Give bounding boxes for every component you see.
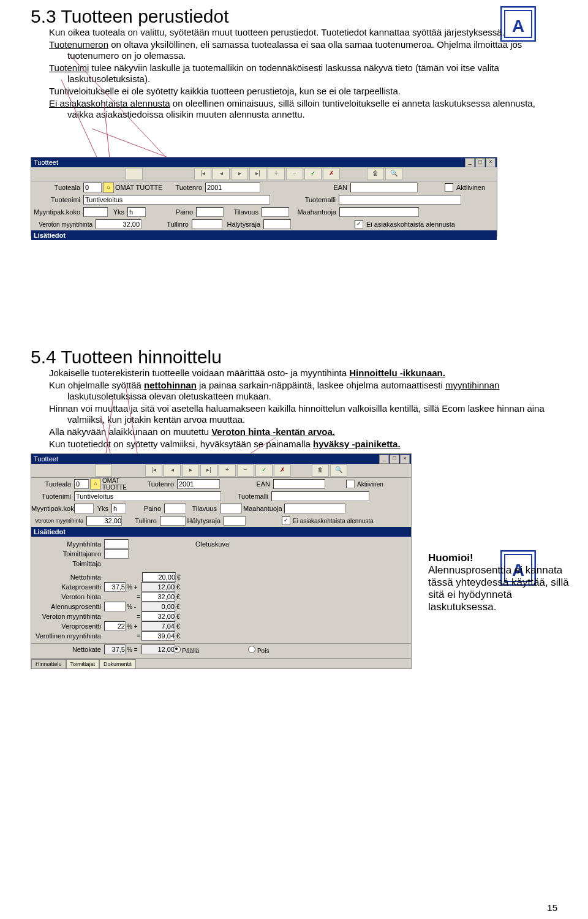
nav-first-icon[interactable]: |◂ (194, 168, 211, 180)
s53-p5: Ei asiakaskohtaista alennusta on oleelli… (49, 98, 557, 120)
huomioi-note: Huomioi! Alennusprosenttia ei kannata tä… (428, 552, 575, 613)
tullinro-label: Tullinro (143, 221, 190, 228)
paino-label: Paino (147, 208, 195, 216)
nav-next-icon-2[interactable]: ▸ (182, 464, 199, 477)
remove-icon[interactable]: − (286, 168, 303, 180)
ean-label: EAN (262, 184, 349, 191)
paalla-radio[interactable] (173, 646, 181, 653)
halytys-label: Hälytysraja (224, 221, 262, 228)
s53-p3: Tuotenimi tulee näkyviin laskulle ja tuo… (49, 62, 557, 85)
close-btn[interactable]: × (486, 158, 496, 167)
nav-prev-icon[interactable]: ◂ (213, 168, 230, 180)
tool-blank-2[interactable] (95, 464, 112, 477)
mpk-input[interactable] (83, 207, 108, 217)
lisatiedot-bar: Lisätiedot (31, 230, 497, 240)
nav-last-icon[interactable]: ▸| (249, 168, 266, 180)
lisatiedot-bar-2: Lisätiedot (31, 527, 411, 537)
nav-next-icon[interactable]: ▸ (231, 168, 248, 180)
s54-p3: Hinnan voi muuttaa ja sitä voi asetella … (49, 403, 557, 425)
add-icon[interactable]: + (268, 168, 285, 180)
ean-input[interactable] (350, 183, 418, 192)
maahantuoja-label: Maahantuoja (290, 208, 338, 216)
tuotenimi-input[interactable]: Tuntiveloitus (83, 195, 270, 205)
tuotenimi-label: Tuotenimi (31, 196, 82, 203)
yks-input[interactable]: h (127, 207, 146, 217)
s54-p1: Jokaiselle tuoterekisterin tuotteelle vo… (49, 368, 557, 379)
maximize-btn-2[interactable]: □ (390, 455, 399, 464)
add-icon-2[interactable]: + (219, 464, 236, 477)
toolbar: |◂ ◂ ▸ ▸| + − ✓ ✗ 🗑 🔍 (31, 167, 497, 181)
tab-toimittajat[interactable]: Toimittajat (66, 659, 100, 668)
nav-last-icon-2[interactable]: ▸| (200, 464, 217, 477)
minimize-btn[interactable]: _ (465, 158, 475, 167)
yks-label: Yks (109, 208, 126, 216)
tuoteala-label: Tuoteala (31, 184, 82, 191)
window-title-2: Tuotteet (34, 454, 58, 464)
eak-label: Ei asiakaskohtaista alennusta (366, 221, 455, 228)
search-icon[interactable]: 🔍 (385, 168, 402, 180)
maximize-btn[interactable]: □ (475, 158, 485, 167)
tuotemalli-input[interactable] (339, 195, 461, 205)
tuoteala-name: OMAT TUOTTE (115, 184, 170, 191)
tool-blank[interactable] (126, 168, 143, 180)
nav-first-icon-2[interactable]: |◂ (145, 464, 162, 477)
lookup-icon[interactable]: ⌂ (103, 182, 114, 193)
search-icon-2[interactable]: 🔍 (330, 464, 347, 477)
tab-dokumentit[interactable]: Dokumentit (99, 659, 136, 668)
close-btn-2[interactable]: × (400, 455, 410, 464)
tuotemalli-label: Tuotemalli (271, 196, 337, 203)
halytys-input[interactable] (263, 219, 291, 229)
mpk-label: Myyntipak.koko (31, 208, 82, 216)
accept-icon[interactable]: ✓ (304, 168, 322, 180)
s53-p2: Tuotenumeron on oltava yksilöllinen, eli… (49, 39, 557, 61)
section-54-title: 5.4 Tuotteen hinnoittelu (31, 347, 557, 368)
delete-icon-2[interactable]: 🗑 (312, 464, 329, 477)
tuoteala-input[interactable]: 0 (83, 183, 102, 192)
cancel-icon[interactable]: ✗ (323, 168, 340, 180)
s54-p2: Kun ohjelmalle syöttää nettohinnan ja pa… (49, 380, 557, 402)
remove-icon-2[interactable]: − (237, 464, 254, 477)
eak-checkbox[interactable]: ✓ (355, 220, 363, 229)
s53-p4: Tuntiveloitukselle ei ole syötetty kaikk… (49, 86, 557, 97)
window-title: Tuotteet (34, 157, 58, 167)
toolbar-2: |◂ ◂ ▸ ▸| + − ✓ ✗ 🗑 🔍 (31, 464, 411, 478)
delete-icon[interactable]: 🗑 (367, 168, 384, 180)
aktiivinen-checkbox[interactable] (445, 183, 453, 192)
tullinro-input[interactable] (192, 219, 222, 229)
tab-hinnoittelu[interactable]: Hinnoittelu (31, 659, 66, 668)
cancel-icon-2[interactable]: ✗ (274, 464, 291, 477)
maahantuoja-input[interactable] (339, 207, 419, 217)
tilavuus-input[interactable] (262, 207, 289, 217)
product-window-1: Tuotteet _ □ × |◂ ◂ ▸ ▸| + − ✓ ✗ 🗑 (31, 157, 497, 236)
minimize-btn-2[interactable]: _ (379, 455, 389, 464)
section-53-title: 5.3 Tuotteen perustiedot (31, 6, 557, 27)
nav-prev-icon-2[interactable]: ◂ (164, 464, 181, 477)
pois-radio[interactable] (248, 646, 255, 653)
s53-p1: Kun oikea tuoteala on valittu, syötetään… (49, 27, 557, 38)
vmh-input[interactable]: 32,00 (96, 219, 141, 229)
lookup-icon-2[interactable]: ⌂ (90, 478, 101, 490)
paino-input[interactable] (196, 207, 224, 217)
page-number: 15 (547, 902, 557, 913)
tilavuus-label: Tilavuus (225, 208, 260, 216)
s54-p5: Kun tuotetiedot on syötetty valmiiksi, h… (49, 439, 557, 450)
s54-p4: Alla näkyvään alaikkunaan on muutettu Ve… (49, 426, 557, 437)
vmh-label: Veroton myyntihinta (31, 221, 94, 228)
accept-icon-2[interactable]: ✓ (255, 464, 273, 477)
product-window-2: Tuotteet _ □ × |◂ ◂ ▸ ▸| + − ✓ ✗ 🗑 (31, 453, 412, 669)
aktiivinen-label: Aktiivinen (456, 184, 485, 191)
tuotenro-label: Tuotenro (172, 184, 204, 191)
tuotenro-input[interactable]: 2001 (205, 183, 260, 192)
